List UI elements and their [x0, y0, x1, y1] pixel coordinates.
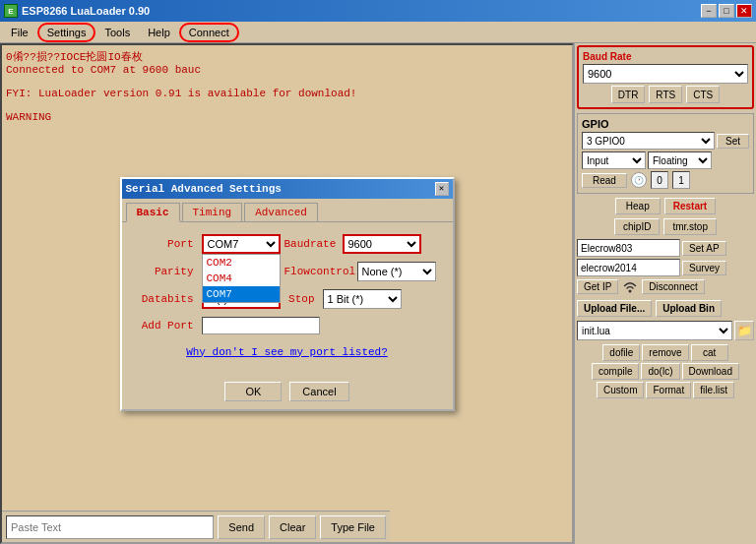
bit0-value: 0	[651, 171, 668, 189]
menu-help[interactable]: Help	[139, 24, 179, 41]
upload-section: Upload File... Upload Bin	[577, 300, 754, 317]
window-controls: − □ ✕	[701, 4, 752, 18]
maximize-button[interactable]: □	[719, 4, 734, 18]
gpio-pull-select[interactable]: Floating Pullup	[648, 151, 712, 169]
dtr-button[interactable]: DTR	[611, 86, 646, 103]
dolc-button[interactable]: do(lc)	[641, 363, 679, 380]
port-select[interactable]: COM7 COM2 COM4	[202, 234, 281, 254]
menu-tools[interactable]: Tools	[95, 24, 139, 41]
bottom-bar: Send Clear Type File	[2, 511, 390, 542]
compile-button[interactable]: compile	[592, 363, 639, 380]
modal-title: Serial Advanced Settings	[126, 183, 282, 195]
port-option-com7[interactable]: COM7	[203, 286, 280, 302]
restart-button[interactable]: Restart	[664, 198, 716, 214]
heap-button[interactable]: Heap	[615, 198, 661, 214]
action-row-2: compile do(lc) Download	[577, 363, 754, 380]
typefile-button[interactable]: Type File	[320, 515, 386, 539]
cts-button[interactable]: CTS	[686, 86, 720, 103]
tab-basic[interactable]: Basic	[126, 203, 180, 222]
cat-button[interactable]: cat	[691, 344, 728, 361]
baudrate-select[interactable]: 9600 115200	[343, 234, 421, 254]
gpio-pin-row: 3 GPIO0 4 GPIO2 Set	[582, 132, 749, 150]
parity-label: Parity	[134, 266, 198, 277]
add-port-row: Add Port	[134, 317, 441, 334]
ssid-row: Set AP	[577, 239, 754, 257]
disconnect-button[interactable]: Disconnect	[642, 279, 704, 294]
gpio-pin-select[interactable]: 3 GPIO0 4 GPIO2	[582, 132, 715, 150]
send-button[interactable]: Send	[218, 515, 265, 539]
port-option-com4[interactable]: COM4	[203, 271, 280, 286]
setap-button[interactable]: Set AP	[682, 241, 726, 256]
clear-button[interactable]: Clear	[269, 515, 316, 539]
baudrate-label: Baudrate	[284, 238, 339, 250]
tab-timing[interactable]: Timing	[182, 203, 243, 221]
databits-row: Databits 8 (*) 7 Stop 1 Bit (*) 2 Bits	[134, 289, 441, 309]
baud-rate-row: 9600 115200	[583, 64, 748, 84]
gpio-mode-select[interactable]: Input Output	[582, 151, 646, 169]
rts-button[interactable]: RTS	[649, 86, 682, 103]
why-port-link[interactable]: Why don't I see my port listed?	[134, 342, 441, 362]
serial-settings-modal: Serial Advanced Settings ✕ Basic Timing …	[120, 177, 455, 411]
modal-overlay: Serial Advanced Settings ✕ Basic Timing …	[2, 45, 572, 542]
stop-select[interactable]: 1 Bit (*) 2 Bits	[323, 289, 402, 309]
survey-button[interactable]: Survey	[682, 261, 726, 275]
menu-file[interactable]: File	[2, 24, 37, 41]
close-button[interactable]: ✕	[736, 4, 752, 18]
menu-connect[interactable]: Connect	[179, 23, 239, 42]
format-button[interactable]: Format	[646, 382, 691, 398]
ssid-input[interactable]	[577, 239, 680, 257]
main-area: 0倄??损??IOCE抡圆IO春枚 Connected to COM7 at 9…	[0, 43, 756, 544]
port-option-com2[interactable]: COM2	[203, 255, 280, 271]
menu-settings[interactable]: Settings	[37, 23, 96, 42]
gpio-label: GPIO	[582, 118, 749, 130]
upload-file-button[interactable]: Upload File...	[577, 300, 652, 317]
remove-button[interactable]: remove	[642, 344, 688, 361]
gpio-read-button[interactable]: Read	[582, 173, 627, 188]
ok-button[interactable]: OK	[224, 382, 282, 401]
bit1-value: 1	[672, 171, 690, 189]
cancel-button[interactable]: Cancel	[289, 382, 348, 401]
getip-disconnect-row: Get IP Disconnect	[577, 278, 754, 294]
svg-point-0	[629, 290, 632, 293]
clock-icon: 🕐	[631, 172, 647, 188]
modal-close-button[interactable]: ✕	[435, 182, 449, 196]
paste-text-input[interactable]	[6, 515, 214, 539]
modal-title-bar: Serial Advanced Settings ✕	[122, 179, 453, 199]
stop-label: Stop	[284, 293, 319, 305]
add-port-label: Add Port	[134, 320, 198, 332]
app-title: ESP8266 LuaLoader 0.90	[22, 5, 150, 17]
password-input[interactable]	[577, 259, 680, 276]
port-list: COM2 COM4 COM7	[202, 254, 281, 303]
dofile-button[interactable]: dofile	[602, 344, 640, 361]
network-section: Set AP Survey Get IP Disconnect	[577, 239, 754, 296]
databits-label: Databits	[134, 293, 198, 305]
upload-bin-button[interactable]: Upload Bin	[656, 300, 722, 317]
chip-tmr-section: chipID tmr.stop	[577, 218, 754, 235]
file-select-row: init.lua test.lua main.lua 📁	[577, 321, 754, 340]
flowcontrol-label: Flowcontrol	[284, 266, 353, 277]
app-icon: E	[4, 4, 18, 18]
flowcontrol-select[interactable]: None (*)	[357, 262, 436, 281]
gpio-set-button[interactable]: Set	[717, 134, 749, 149]
file-icon-button[interactable]: 📁	[734, 321, 754, 340]
tmrstop-button[interactable]: tmr.stop	[663, 218, 717, 235]
getip-button[interactable]: Get IP	[577, 279, 618, 294]
modal-body: Port COM7 COM2 COM4 COM2 COM4 C	[122, 222, 453, 374]
baud-rate-label: Baud Rate	[583, 51, 748, 62]
file-select[interactable]: init.lua test.lua main.lua	[577, 321, 732, 340]
filelist-button[interactable]: file.list	[693, 382, 734, 398]
port-row: Port COM7 COM2 COM4 COM2 COM4 C	[134, 234, 441, 254]
add-port-input[interactable]	[202, 317, 320, 334]
wifi-icon	[620, 278, 640, 294]
custom-button[interactable]: Custom	[597, 382, 644, 398]
menu-bar: File Settings Tools Help Connect	[0, 22, 756, 43]
baud-rate-select[interactable]: 9600 115200	[583, 64, 748, 84]
download-button[interactable]: Download	[682, 363, 739, 380]
terminal-area: 0倄??损??IOCE抡圆IO春枚 Connected to COM7 at 9…	[0, 43, 574, 544]
port-dropdown-container: COM7 COM2 COM4 COM2 COM4 COM7	[202, 234, 281, 254]
minimize-button[interactable]: −	[701, 4, 717, 18]
chipid-button[interactable]: chipID	[614, 218, 660, 235]
dtr-rts-row: DTR RTS CTS	[583, 86, 748, 103]
port-label: Port	[134, 238, 198, 250]
tab-advanced[interactable]: Advanced	[244, 203, 318, 221]
